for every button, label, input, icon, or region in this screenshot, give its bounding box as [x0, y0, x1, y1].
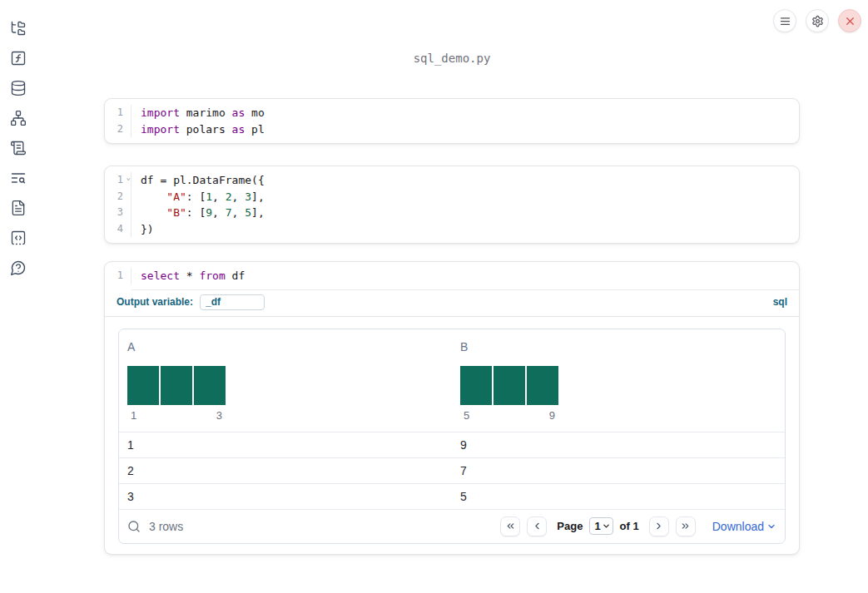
page-number-value: 1	[594, 520, 600, 532]
output-variable-label: Output variable:	[117, 296, 193, 308]
table-body: 192735	[119, 432, 785, 509]
last-page-button[interactable]	[676, 516, 696, 536]
table-header: A13B59	[119, 329, 785, 432]
logs-search-icon[interactable]	[10, 170, 27, 186]
pagination: Page 1 of 1 Download	[500, 516, 776, 536]
table-cell: 1	[119, 432, 452, 457]
histogram-axis-labels: 13	[127, 408, 226, 423]
close-icon[interactable]	[838, 9, 861, 32]
code-text: select * from df	[131, 268, 245, 284]
dataframe-table: A13B59 192735 3 rows Page	[118, 329, 786, 544]
dependency-graph-icon[interactable]	[10, 110, 27, 126]
table-row: 35	[119, 483, 785, 509]
code-text: "A": [1, 2, 3],	[131, 189, 265, 205]
code-text: df = pl.DataFrame({	[131, 172, 265, 189]
code-text: })	[131, 221, 154, 238]
code-editor[interactable]: 1import marimo as mo2import polars as pl	[105, 99, 799, 143]
line-number: 1	[105, 105, 131, 121]
histogram-bar	[194, 366, 226, 405]
column-name: A	[127, 339, 444, 354]
search-icon[interactable]	[127, 520, 141, 533]
gear-icon[interactable]	[806, 9, 829, 32]
table-cell: 7	[452, 458, 785, 483]
column-histogram	[127, 366, 444, 405]
column-header-a: A13	[119, 339, 452, 423]
page-number-select[interactable]: 1	[589, 517, 613, 535]
histogram-bar	[161, 366, 192, 405]
output-variable-input[interactable]	[200, 294, 265, 310]
code-cell-dataframe: 1⌄df = pl.DataFrame({2 "A": [1, 2, 3],3 …	[104, 166, 800, 244]
table-cell: 3	[119, 484, 452, 509]
first-page-button[interactable]	[500, 516, 520, 536]
next-page-button[interactable]	[649, 516, 669, 536]
fold-chevron-icon[interactable]: ⌄	[126, 170, 131, 186]
chevron-down-icon	[766, 521, 776, 531]
file-tree-icon[interactable]	[10, 20, 27, 37]
table-footer: 3 rows Page 1 of 1	[119, 509, 785, 543]
histogram-axis-labels: 59	[460, 408, 558, 423]
table-cell: 2	[119, 458, 452, 483]
row-count: 3 rows	[149, 520, 183, 533]
code-line: 3 "B": [9, 7, 5],	[105, 205, 799, 221]
notebook-filename: sql_demo.py	[104, 50, 800, 67]
language-badge: sql	[773, 296, 787, 308]
left-sidebar	[10, 20, 27, 276]
code-line: 2import polars as pl	[105, 121, 799, 138]
line-number: 4	[105, 221, 131, 238]
histogram-bar	[494, 366, 525, 405]
code-text: import polars as pl	[131, 121, 265, 138]
page-label: Page	[557, 520, 583, 532]
line-number: 1⌄	[105, 172, 131, 189]
line-number: 2	[105, 121, 131, 138]
page-of-label: of 1	[620, 520, 639, 532]
code-cell-imports: 1import marimo as mo2import polars as pl	[104, 98, 800, 144]
download-label: Download	[712, 520, 764, 533]
histogram-bar	[527, 366, 558, 405]
column-histogram	[460, 366, 776, 405]
line-number: 3	[105, 205, 131, 221]
code-line: 4})	[105, 221, 799, 238]
line-number: 1	[105, 268, 131, 284]
column-name: B	[460, 339, 776, 354]
cell-output: A13B59 192735 3 rows Page	[105, 317, 799, 554]
help-icon[interactable]	[10, 259, 27, 276]
chevron-down-icon	[602, 521, 611, 531]
sql-cell: 1select * from df Output variable: sql A…	[104, 261, 800, 555]
line-number: 2	[105, 189, 131, 205]
documentation-icon[interactable]	[10, 200, 27, 216]
download-button[interactable]: Download	[712, 520, 776, 533]
table-row: 19	[119, 432, 785, 457]
table-row: 27	[119, 457, 785, 483]
histogram-bar	[127, 366, 159, 405]
notebook-main: sql_demo.py 1import marimo as mo2import …	[104, 0, 800, 555]
code-line: 1⌄df = pl.DataFrame({	[105, 172, 799, 189]
output-variable-row: Output variable: sql	[105, 290, 799, 317]
code-text: "B": [9, 7, 5],	[131, 205, 265, 221]
table-cell: 9	[452, 432, 785, 457]
sql-editor[interactable]: 1select * from df	[105, 262, 799, 289]
code-text: import marimo as mo	[131, 105, 265, 121]
table-cell: 5	[452, 484, 785, 509]
previous-page-button[interactable]	[527, 516, 547, 536]
code-line: 1import marimo as mo	[105, 105, 799, 121]
code-editor[interactable]: 1⌄df = pl.DataFrame({2 "A": [1, 2, 3],3 …	[105, 166, 799, 243]
database-icon[interactable]	[10, 80, 27, 96]
scratchpad-icon[interactable]	[10, 140, 27, 156]
histogram-bar	[460, 366, 492, 405]
column-header-b: B59	[452, 339, 785, 423]
code-line: 2 "A": [1, 2, 3],	[105, 189, 799, 205]
code-line: 1select * from df	[105, 268, 799, 284]
function-square-icon[interactable]	[10, 50, 27, 67]
snippets-icon[interactable]	[10, 230, 27, 246]
